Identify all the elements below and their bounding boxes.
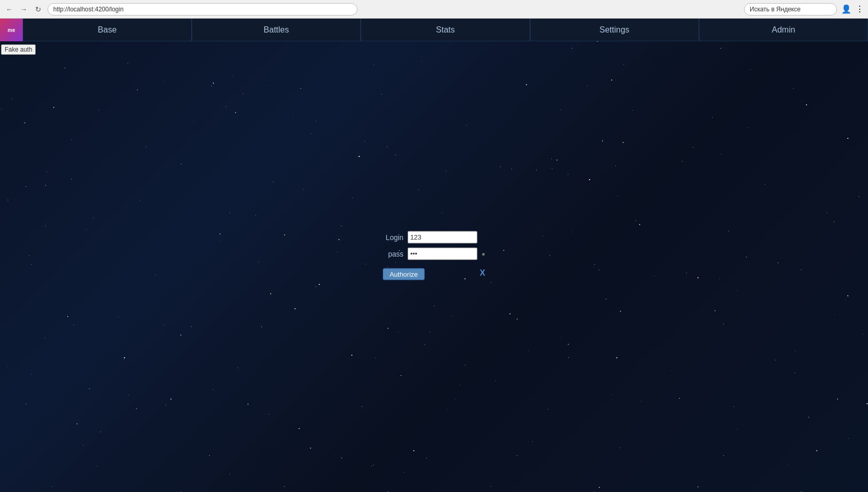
login-form: Login pass ● Authorize X [383,231,485,280]
search-bar[interactable]: Искать в Яндексе [744,3,837,15]
nav-item-stats[interactable]: Stats [361,19,530,41]
login-input[interactable] [408,231,477,243]
url-text: http://localhost:4200/login [53,6,123,13]
navbar: me Base Battles Stats Settings Admin [0,19,868,41]
nav-item-base[interactable]: Base [23,19,192,41]
password-input[interactable] [408,247,477,260]
search-placeholder: Искать в Яндексе [750,6,800,13]
pass-row: pass ● [383,247,485,260]
menu-icon: ⋮ [856,4,864,14]
nav-label-base: Base [98,25,116,35]
nav-item-admin[interactable]: Admin [699,19,868,41]
nav-logo: me [0,19,23,41]
browser-chrome: ← → ↻ http://localhost:4200/login Искать… [0,0,868,19]
address-bar[interactable]: http://localhost:4200/login [48,3,358,15]
reload-button[interactable]: ↻ [33,4,43,14]
login-row: Login [383,231,477,243]
browser-right: Искать в Яндексе 👤 ⋮ [744,3,864,15]
back-button[interactable]: ← [4,4,14,14]
nav-label-settings: Settings [599,25,629,35]
app-content: me Base Battles Stats Settings Admin Fak… [0,19,868,492]
authorize-button[interactable]: Authorize [383,268,425,280]
pass-label: pass [383,249,404,258]
nav-label-admin: Admin [772,25,795,35]
login-label: Login [383,233,404,241]
nav-item-battles[interactable]: Battles [192,19,361,41]
nav-label-stats: Stats [436,25,455,35]
forward-button[interactable]: → [19,4,29,14]
eye-toggle-icon[interactable]: ● [482,250,485,257]
close-button[interactable]: X [479,268,485,278]
nav-item-settings[interactable]: Settings [530,19,699,41]
nav-label-battles: Battles [264,25,289,35]
form-bottom-row: Authorize X [383,266,485,280]
profile-icon: 👤 [841,4,851,14]
fake-auth-button[interactable]: Fake auth [1,44,36,55]
logo-text: me [8,27,15,33]
